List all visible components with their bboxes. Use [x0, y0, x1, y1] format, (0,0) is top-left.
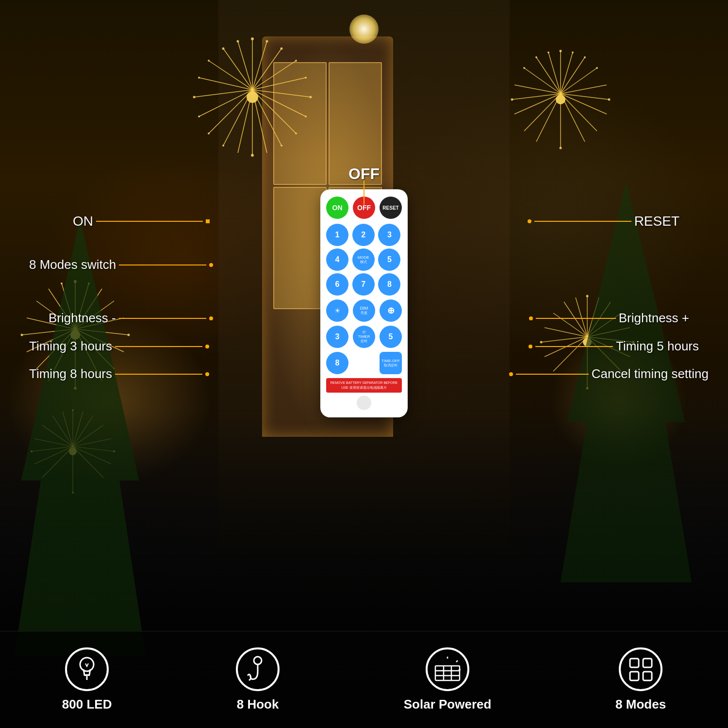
cancel-timing-dot — [509, 372, 513, 376]
reset-button[interactable]: RESET — [380, 197, 402, 219]
brightness-plus-line — [536, 317, 616, 319]
brightness-minus-button[interactable]: ☀ — [326, 299, 348, 322]
mode-button[interactable]: MODE模式 — [352, 248, 375, 271]
hook-label: 8 Hook — [237, 697, 279, 712]
off-button[interactable]: OFF — [353, 197, 375, 219]
on-line — [96, 220, 203, 222]
feature-bar: 800 LED 8 Hook — [0, 631, 728, 728]
num-7-button[interactable]: 7 — [352, 273, 375, 296]
brightness-row: ☀ DIM亮度 ⊕ — [326, 299, 402, 322]
remote-control: ON OFF RESET 1 2 3 4 MODE模式 5 6 7 8 ☀ DI… — [320, 189, 408, 417]
remote-ir-emitter — [357, 396, 371, 410]
num-4-button[interactable]: 4 — [326, 248, 348, 271]
modes-feature-item: 8 Modes — [615, 647, 666, 712]
timing-5-line — [535, 346, 613, 347]
timer-row: 3 ⏱TIMER定时 5 — [326, 326, 402, 348]
modes-line — [119, 264, 206, 266]
remote-top-row: ON OFF RESET — [326, 197, 402, 219]
cancel-timing-line — [516, 373, 589, 375]
timer-center-button[interactable]: ⏱TIMER定时 — [353, 326, 375, 348]
remote-wrapper: ON OFF RESET 1 2 3 4 MODE模式 5 6 7 8 ☀ DI… — [320, 189, 408, 417]
led-icon — [65, 647, 109, 691]
svg-point-148 — [254, 657, 262, 664]
brightness-plus-dot — [529, 316, 533, 320]
ceiling-light — [349, 15, 379, 44]
time-off-button[interactable]: TIME-OFF取消定时 — [380, 352, 402, 374]
on-annotation: ON — [73, 214, 210, 229]
modes-dot — [209, 263, 213, 267]
timer-8-row: 8 TIME-OFF取消定时 — [326, 352, 402, 374]
remote-warning: REMOVE BATTERY SEPARATOR BEFORE USE 使用前请… — [326, 378, 402, 393]
num-6-button[interactable]: 6 — [326, 273, 348, 296]
svg-line-150 — [456, 661, 458, 662]
solar-icon — [426, 647, 469, 691]
modes-annotation: 8 Modes switch — [29, 257, 213, 272]
timer-8-button[interactable]: 8 — [326, 352, 348, 374]
timing-8-line — [115, 373, 202, 375]
brightness-plus-annotation: Brightness + — [529, 311, 689, 326]
cancel-timing-annotation: Cancel timing setting — [509, 366, 709, 381]
modes-label: 8 Modes — [615, 697, 666, 712]
num-8-button[interactable]: 8 — [378, 273, 400, 296]
num-3-button[interactable]: 3 — [378, 224, 400, 246]
svg-rect-152 — [435, 666, 460, 680]
reset-annotation: RESET — [528, 214, 679, 229]
timing-5-dot — [529, 345, 532, 348]
hook-icon — [236, 647, 280, 691]
svg-rect-160 — [643, 672, 652, 680]
off-annotation-label: OFF — [348, 165, 380, 183]
reset-line — [534, 220, 631, 222]
num-1-button[interactable]: 1 — [326, 224, 348, 246]
svg-rect-159 — [630, 672, 639, 680]
timing-3-line — [115, 346, 202, 347]
solar-label: Solar Powered — [404, 697, 492, 712]
timing-3-dot — [205, 345, 209, 348]
led-label: 800 LED — [62, 697, 112, 712]
on-dot — [206, 219, 210, 223]
timer-3-button[interactable]: 3 — [326, 326, 348, 348]
timing-5-annotation: Timing 5 hours — [529, 339, 699, 354]
solar-feature-item: Solar Powered — [404, 647, 492, 712]
svg-rect-157 — [630, 659, 639, 667]
number-grid: 1 2 3 4 MODE模式 5 6 7 8 — [326, 224, 402, 296]
brightness-plus-button[interactable]: ⊕ — [380, 299, 402, 322]
svg-point-145 — [80, 658, 94, 671]
led-feature-item: 800 LED — [62, 647, 112, 712]
num-5-button[interactable]: 5 — [378, 248, 400, 271]
brightness-minus-dot — [209, 316, 213, 320]
brightness-minus-annotation: Brightness - — [49, 311, 213, 326]
timing-3-annotation: Timing 3 hours — [29, 339, 209, 354]
modes-icon — [619, 647, 662, 691]
brightness-minus-line — [119, 317, 206, 319]
reset-dot — [528, 219, 531, 223]
on-button[interactable]: ON — [326, 197, 348, 219]
timing-8-annotation: Timing 8 hours — [29, 366, 209, 381]
timing-8-dot — [205, 372, 209, 376]
timer-5-button[interactable]: 5 — [380, 326, 402, 348]
num-2-button[interactable]: 2 — [352, 224, 375, 246]
dim-button[interactable]: DIM亮度 — [353, 299, 375, 322]
svg-rect-158 — [643, 659, 652, 667]
hook-feature-item: 8 Hook — [236, 647, 280, 712]
